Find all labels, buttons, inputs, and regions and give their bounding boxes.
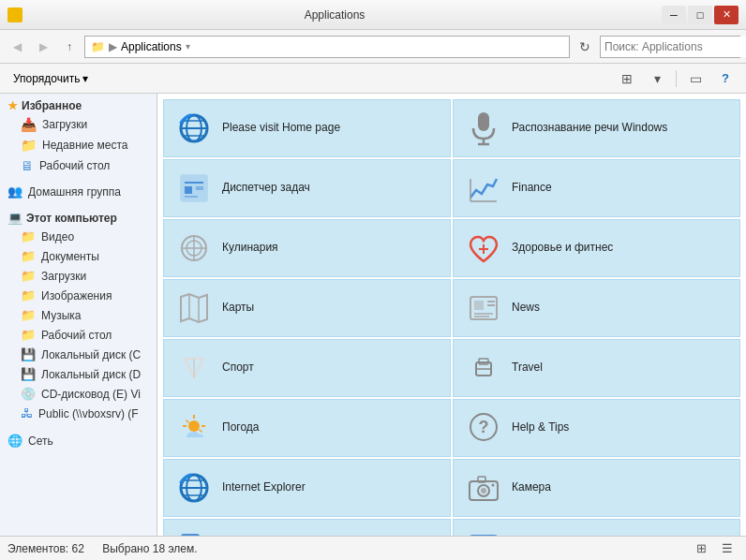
sidebar-item-localdisk-d[interactable]: 💾 Локальный диск (D: [0, 364, 157, 384]
app-tile-weather[interactable]: Погода: [163, 399, 451, 457]
main-layout: ★ Избранное 📥 Загрузки 📁 Недавние места …: [0, 94, 746, 536]
app-tile-home-page[interactable]: Please visit Home page: [163, 99, 451, 157]
app-tile-camera[interactable]: Камера: [453, 459, 740, 517]
reader-icon: [175, 529, 213, 536]
status-view-controls: ⊞ ☰: [690, 538, 739, 559]
sidebar-item-localdisk-c[interactable]: 💾 Локальный диск (С: [0, 345, 157, 364]
svg-point-52: [492, 484, 495, 487]
folder-images-icon: 📁: [21, 288, 36, 302]
network-share-icon: 🖧: [21, 406, 33, 420]
up-button[interactable]: ↑: [58, 36, 81, 58]
svg-rect-10: [185, 186, 192, 194]
toolbar-separator: [676, 70, 677, 87]
weather-label: Погода: [222, 420, 260, 435]
svg-point-34: [188, 420, 200, 432]
cooking-icon: [175, 229, 213, 267]
svg-rect-5: [478, 112, 489, 131]
sidebar-item-homegroup[interactable]: 👥 Домашняя группа: [0, 182, 157, 201]
folder-downloads2-icon: 📁: [21, 269, 36, 283]
disk-c-icon: 💾: [21, 347, 36, 361]
app-tile-this-computer[interactable]: Этот компьютер: [453, 519, 740, 536]
app-tile-health-fitness[interactable]: Здоровье и фитнес: [453, 219, 740, 277]
sidebar-item-network[interactable]: 🌐 Сеть: [0, 431, 157, 450]
toolbar-left: Упорядочить ▾: [7, 69, 94, 88]
organize-button[interactable]: Упорядочить ▾: [7, 69, 94, 88]
app-tile-news[interactable]: News: [453, 279, 740, 337]
sport-icon: [175, 349, 213, 387]
title-bar: Applications ─ □ ✕: [0, 0, 746, 30]
close-button[interactable]: ✕: [714, 6, 739, 24]
sidebar-item-music[interactable]: 📁 Музыка: [0, 305, 157, 325]
search-input[interactable]: [601, 37, 746, 57]
maps-icon: [175, 289, 213, 327]
help-tips-label: Help & Tips: [512, 420, 569, 435]
app-tile-speech-recognition[interactable]: Распознавание речи Windows: [453, 99, 740, 157]
sidebar-item-cddrive[interactable]: 💿 CD-дисковод (E) Vi: [0, 384, 157, 404]
cooking-label: Кулинария: [222, 241, 278, 256]
svg-line-40: [200, 430, 202, 433]
svg-point-50: [481, 488, 486, 494]
svg-rect-11: [196, 186, 203, 190]
thispc-section: 💻 Этот компьютер 📁 Видео 📁 Документы 📁 З…: [0, 203, 157, 425]
sidebar: ★ Избранное 📥 Загрузки 📁 Недавние места …: [0, 94, 157, 536]
speech-recognition-icon: [465, 110, 502, 147]
search-box: 🔍: [600, 36, 740, 58]
homegroup-icon: 👥: [7, 184, 22, 199]
app-tile-maps[interactable]: Карты: [163, 279, 451, 337]
app-tile-task-manager[interactable]: Диспетчер задач: [163, 159, 451, 217]
app-icon: [7, 7, 22, 22]
folder-downloads-icon: 📥: [21, 117, 37, 132]
sidebar-item-downloads2[interactable]: 📁 Загрузки: [0, 266, 157, 286]
status-info: Элементов: 62 Выбрано 18 элем.: [7, 542, 198, 555]
svg-rect-53: [182, 535, 199, 536]
sidebar-item-desktop2[interactable]: 📁 Рабочий стол: [0, 325, 157, 345]
forward-button[interactable]: ▶: [32, 36, 54, 58]
view-dropdown-button[interactable]: ▾: [644, 67, 670, 90]
app-tile-help-tips[interactable]: ?Help & Tips: [453, 399, 740, 457]
travel-icon: [465, 349, 502, 387]
this-computer-icon: [465, 529, 502, 536]
path-dropdown-icon[interactable]: ▾: [186, 41, 190, 52]
app-tile-finance[interactable]: Finance: [453, 159, 740, 217]
help-button[interactable]: ?: [712, 67, 739, 90]
app-tile-travel[interactable]: Travel: [453, 339, 740, 397]
folder-video-icon: 📁: [21, 229, 36, 243]
network-section: 🌐 Сеть: [0, 425, 157, 452]
home-page-icon: [175, 110, 213, 147]
app-tile-internet-explorer[interactable]: Internet Explorer: [163, 459, 451, 517]
folder-documents-icon: 📁: [21, 249, 36, 263]
sidebar-item-images[interactable]: 📁 Изображения: [0, 286, 157, 305]
folder-desktop-icon: 🖥: [21, 158, 34, 173]
preview-pane-button[interactable]: ▭: [682, 67, 709, 90]
disk-d-icon: 💾: [21, 367, 36, 381]
status-view-grid-button[interactable]: ⊞: [690, 538, 712, 559]
maximize-button[interactable]: □: [688, 6, 712, 24]
sidebar-item-network-share[interactable]: 🖧 Public (\\vboxsrv) (F: [0, 404, 157, 423]
refresh-button[interactable]: ↻: [574, 36, 596, 58]
svg-line-39: [186, 420, 189, 423]
favorites-group[interactable]: ★ Избранное: [0, 97, 157, 114]
sidebar-item-downloads[interactable]: 📥 Загрузки: [0, 114, 157, 135]
sidebar-item-video[interactable]: 📁 Видео: [0, 227, 157, 246]
app-tile-sport[interactable]: Спорт: [163, 339, 451, 397]
cd-icon: 💿: [21, 387, 36, 401]
view-tiles-button[interactable]: ⊞: [614, 67, 640, 90]
news-icon: [465, 289, 502, 327]
app-tile-cooking[interactable]: Кулинария: [163, 219, 451, 277]
sidebar-item-documents[interactable]: 📁 Документы: [0, 246, 157, 266]
pc-icon: 💻: [7, 211, 22, 225]
back-button[interactable]: ◀: [6, 36, 28, 58]
folder-desktop2-icon: 📁: [21, 328, 36, 342]
thispc-group[interactable]: 💻 Этот компьютер: [0, 209, 157, 227]
finance-icon: [465, 169, 502, 207]
sidebar-item-desktop[interactable]: 🖥 Рабочий стол: [0, 155, 157, 176]
app-tile-reader[interactable]: Ридер: [163, 519, 451, 536]
sidebar-item-recent[interactable]: 📁 Недавние места: [0, 135, 157, 155]
toolbar: Упорядочить ▾ ⊞ ▾ ▭ ?: [0, 64, 746, 94]
speech-recognition-label: Распознавание речи Windows: [512, 121, 667, 136]
help-tips-icon: ?: [465, 409, 502, 447]
path-label: Applications: [121, 40, 182, 53]
minimize-button[interactable]: ─: [662, 6, 686, 24]
status-view-list-button[interactable]: ☰: [716, 538, 739, 559]
svg-rect-25: [474, 301, 484, 310]
